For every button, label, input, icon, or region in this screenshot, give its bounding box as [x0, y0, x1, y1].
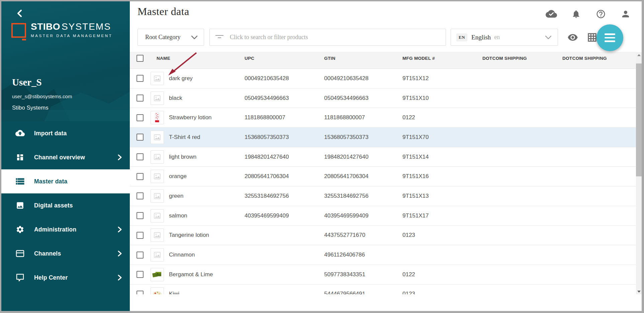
product-thumbnail[interactable] — [151, 72, 164, 85]
product-thumbnail[interactable] — [151, 248, 164, 262]
column-header-dotcom-shipping-1[interactable]: DOTCOM SHIPPING — [482, 56, 562, 61]
table-row[interactable]: salmon40395469599409403954695994099T151X… — [130, 206, 636, 226]
table-row[interactable]: dark grey00049210635428000492106354289T1… — [130, 69, 636, 89]
preview-eye-icon[interactable] — [567, 31, 579, 43]
cell-mfg-model: 0123 — [402, 232, 482, 239]
cell-gtin: 5444679566491 — [324, 291, 402, 294]
row-checkbox[interactable] — [136, 134, 144, 141]
bell-icon[interactable] — [570, 8, 582, 20]
product-thumbnail[interactable] — [151, 268, 164, 281]
cell-gtin: 19848201427640 — [324, 154, 402, 160]
row-checkbox[interactable] — [136, 271, 144, 278]
row-checkbox[interactable] — [136, 192, 144, 199]
table-row[interactable]: orange20805641706304208056417063049T151X… — [130, 167, 636, 186]
row-checkbox[interactable] — [136, 114, 144, 121]
help-icon[interactable] — [595, 8, 607, 20]
column-header-upc[interactable]: UPC — [245, 56, 324, 61]
product-thumbnail[interactable] — [151, 92, 164, 105]
row-checkbox[interactable] — [136, 153, 144, 160]
cell-name: Kiwi — [169, 291, 245, 294]
actions-menu-fab[interactable] — [596, 24, 623, 51]
product-thumbnail[interactable] — [151, 131, 164, 144]
filter-lines-icon — [215, 34, 224, 41]
search-input[interactable] — [229, 33, 440, 41]
cell-upc: 19848201427640 — [245, 154, 324, 160]
sidebar-item-master-data[interactable]: Master data — [1, 169, 130, 193]
cell-name: black — [169, 95, 245, 102]
cell-name: Tangerine lotion — [169, 232, 245, 239]
sidebar-item-help-center[interactable]: Help Center — [1, 266, 130, 290]
table-row[interactable]: T-Shirt 4 red153680573503731536805735037… — [130, 128, 636, 147]
table-row[interactable]: green32553184692756325531846927569T151X1… — [130, 186, 636, 206]
product-thumbnail[interactable] — [151, 228, 164, 242]
scrollbar-thumb[interactable] — [636, 63, 642, 176]
sidebar-item-import-data[interactable]: Import data — [1, 121, 130, 145]
cell-upc: 40395469599409 — [245, 212, 324, 219]
product-thumbnail[interactable] — [151, 189, 164, 203]
table-row[interactable]: light brown19848201427640198482014276409… — [130, 147, 636, 167]
sidebar-item-label: Channel overview — [34, 154, 85, 161]
chevron-down-icon — [191, 35, 198, 39]
cloud-upload-icon — [15, 129, 25, 138]
language-name: English — [471, 34, 491, 41]
sidebar-item-channel-overview[interactable]: Channel overview — [1, 145, 130, 169]
sidebar-item-label: Digital assets — [34, 202, 73, 209]
brand-tagline: MASTER DATA MANAGEMENT — [31, 34, 112, 38]
cell-upc: 1181868800007 — [245, 114, 324, 121]
cell-upc: 15368057350373 — [245, 134, 324, 141]
sidebar-item-administration[interactable]: Administration — [1, 217, 130, 242]
language-badge: EN — [456, 33, 467, 41]
row-checkbox[interactable] — [136, 212, 144, 219]
cell-mfg-model: 9T151X70 — [402, 134, 482, 141]
product-thumbnail[interactable] — [151, 111, 164, 124]
product-thumbnail[interactable] — [151, 287, 164, 294]
table-row[interactable]: Tangerine lotion44375527716700123 — [130, 226, 636, 246]
cell-gtin: 32553184692756 — [324, 193, 402, 199]
vertical-scrollbar[interactable] — [636, 52, 642, 294]
hamburger-icon — [605, 33, 615, 35]
person-icon[interactable] — [620, 8, 632, 20]
chevron-right-icon — [118, 154, 122, 160]
product-thumbnail[interactable] — [151, 150, 164, 164]
language-dropdown[interactable]: EN English en — [451, 29, 558, 46]
row-checkbox[interactable] — [136, 252, 144, 259]
sidebar-menu: Import dataChannel overviewMaster dataDi… — [1, 121, 130, 290]
cell-mfg-model: 9T151X10 — [402, 95, 482, 102]
category-dropdown[interactable]: Root Category — [137, 29, 204, 46]
row-checkbox[interactable] — [136, 232, 144, 239]
column-header-name[interactable]: NAME — [151, 56, 245, 61]
table-row[interactable]: black05049534496663050495344966639T151X1… — [130, 89, 636, 108]
cell-name: T-Shirt 4 red — [169, 134, 245, 141]
user-info: User_S user_s@stibosystems.com Stibo Sys… — [12, 77, 72, 111]
row-checkbox[interactable] — [136, 291, 144, 294]
cloud-check-icon[interactable] — [545, 8, 557, 20]
collapse-sidebar-button[interactable] — [14, 9, 25, 19]
cell-name: light brown — [169, 154, 245, 160]
sidebar-item-digital-assets[interactable]: Digital assets — [1, 193, 130, 217]
cell-gtin: 4961126406786 — [324, 252, 402, 258]
cell-gtin: 1181868800007 — [324, 114, 402, 121]
cell-name: orange — [169, 173, 245, 180]
table-row[interactable]: Strawberry lotion11818688000071181868800… — [130, 108, 636, 128]
column-header-dotcom-shipping-2[interactable]: DOTCOM SHIPPING — [562, 56, 636, 61]
chevron-right-icon — [118, 275, 122, 281]
row-checkbox[interactable] — [136, 173, 144, 180]
row-checkbox[interactable] — [136, 95, 144, 102]
column-header-gtin[interactable]: GTIN — [324, 56, 402, 61]
cell-gtin: 05049534496663 — [324, 95, 402, 102]
scroll-up-button[interactable] — [636, 52, 642, 58]
table-header-row: NAME UPC GTIN MFG MODEL # DOTCOM SHIPPIN… — [130, 52, 636, 69]
table-row[interactable]: Bergamot & Lime50977383433510122 — [130, 265, 636, 285]
product-thumbnail[interactable] — [151, 170, 164, 183]
select-all-checkbox[interactable] — [136, 55, 144, 62]
sidebar-item-channels[interactable]: Channels — [1, 242, 130, 266]
sidebar-item-label: Channels — [34, 250, 61, 257]
table-row[interactable]: Kiwi54446795664910123 — [130, 285, 636, 294]
row-checkbox[interactable] — [136, 75, 144, 82]
table-row[interactable]: Cinnamon4961126406786 — [130, 245, 636, 265]
sidebar: STIBOSYSTEMS MASTER DATA MANAGEMENT User… — [1, 1, 130, 311]
list-icon — [15, 177, 25, 186]
scroll-down-button[interactable] — [636, 289, 642, 294]
column-header-mfg-model[interactable]: MFG MODEL # — [402, 56, 482, 61]
product-thumbnail[interactable] — [151, 209, 164, 222]
